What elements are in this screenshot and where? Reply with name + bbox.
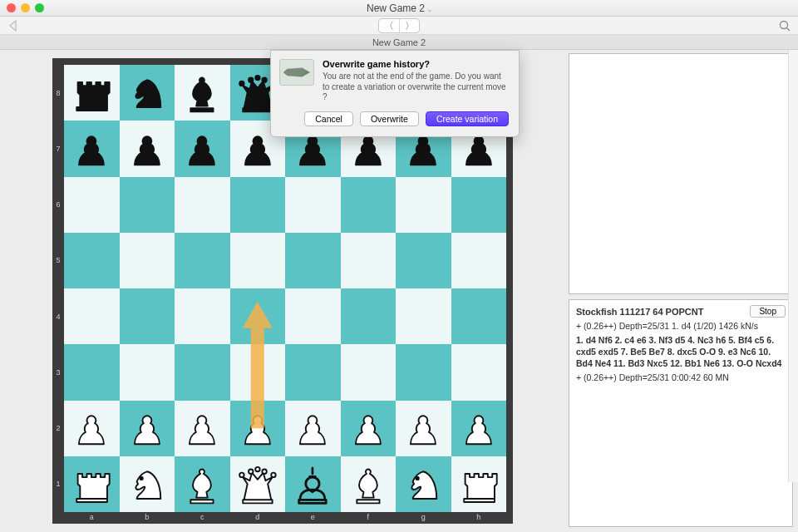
square-a7[interactable] — [64, 121, 120, 176]
file-label: c — [175, 513, 230, 523]
square-f5[interactable] — [341, 233, 397, 288]
square-d2[interactable] — [230, 401, 286, 456]
rank-coords: 87654321 — [54, 65, 62, 512]
vertical-scrollbar[interactable] — [788, 50, 798, 482]
white-queen-icon[interactable] — [233, 459, 283, 510]
square-h1[interactable] — [451, 456, 507, 512]
engine-stop-button[interactable]: Stop — [750, 305, 786, 318]
close-window-button[interactable] — [7, 3, 16, 12]
black-knight-icon[interactable] — [122, 67, 172, 118]
square-c4[interactable] — [175, 288, 230, 344]
square-e5[interactable] — [285, 233, 341, 288]
white-rook-icon[interactable] — [454, 459, 504, 510]
square-d5[interactable] — [230, 233, 286, 288]
square-c8[interactable] — [175, 65, 230, 121]
square-c1[interactable] — [175, 456, 230, 512]
square-e3[interactable] — [285, 344, 341, 400]
square-h3[interactable] — [451, 344, 507, 400]
square-g6[interactable] — [396, 177, 451, 233]
toolbar: 〈 〉 — [0, 17, 798, 35]
zoom-window-button[interactable] — [35, 3, 44, 12]
square-f4[interactable] — [341, 288, 397, 344]
white-bishop-icon[interactable] — [343, 459, 393, 510]
square-f6[interactable] — [341, 177, 397, 233]
square-a2[interactable] — [64, 401, 120, 456]
white-pawn-icon[interactable] — [454, 403, 504, 454]
black-rook-icon[interactable] — [66, 67, 116, 118]
square-b5[interactable] — [120, 233, 175, 288]
overwrite-history-dialog: Overwrite game history? You are not at t… — [270, 50, 520, 137]
square-b2[interactable] — [120, 401, 175, 456]
square-c5[interactable] — [175, 233, 230, 288]
square-d1[interactable] — [230, 456, 286, 512]
white-knight-icon[interactable] — [398, 459, 448, 510]
minimize-window-button[interactable] — [21, 3, 30, 12]
square-b7[interactable] — [120, 121, 175, 176]
title-dropdown-icon[interactable]: ⌵ — [427, 5, 431, 13]
back-nav-icon[interactable] — [7, 19, 20, 32]
square-a1[interactable] — [64, 456, 120, 512]
svg-line-1 — [787, 28, 791, 32]
overwrite-button[interactable]: Overwrite — [360, 111, 419, 126]
square-h2[interactable] — [451, 401, 507, 456]
white-pawn-icon[interactable] — [177, 403, 227, 454]
square-f2[interactable] — [341, 401, 397, 456]
white-pawn-icon[interactable] — [343, 403, 393, 454]
next-move-button[interactable]: 〉 — [399, 19, 419, 32]
square-e6[interactable] — [285, 177, 341, 233]
square-b4[interactable] — [120, 288, 175, 344]
white-pawn-icon[interactable] — [122, 403, 172, 454]
square-b6[interactable] — [120, 177, 175, 233]
square-g4[interactable] — [396, 288, 451, 344]
black-pawn-icon[interactable] — [122, 124, 172, 175]
square-d4[interactable] — [230, 288, 286, 344]
square-a5[interactable] — [64, 233, 120, 288]
window-controls — [7, 3, 44, 12]
black-bishop-icon[interactable] — [177, 67, 227, 118]
square-h4[interactable] — [451, 288, 507, 344]
white-pawn-icon[interactable] — [233, 403, 283, 454]
square-d3[interactable] — [230, 344, 286, 400]
black-pawn-icon[interactable] — [66, 124, 116, 175]
square-f1[interactable] — [341, 456, 397, 512]
square-b1[interactable] — [120, 456, 175, 512]
black-pawn-icon[interactable] — [177, 124, 227, 175]
workspace: 87654321 abcdefgh Overwrite game history… — [0, 50, 798, 532]
square-d6[interactable] — [230, 177, 286, 233]
white-rook-icon[interactable] — [66, 459, 116, 510]
square-e1[interactable] — [285, 456, 341, 512]
square-h6[interactable] — [451, 177, 507, 233]
white-knight-icon[interactable] — [122, 459, 172, 510]
square-c2[interactable] — [175, 401, 230, 456]
search-icon[interactable] — [778, 19, 791, 32]
square-g5[interactable] — [396, 233, 451, 288]
board-area: 87654321 abcdefgh Overwrite game history… — [0, 50, 565, 532]
square-a8[interactable] — [64, 65, 120, 121]
cancel-button[interactable]: Cancel — [304, 111, 353, 126]
notation-pane[interactable] — [569, 53, 793, 294]
square-f3[interactable] — [341, 344, 397, 400]
square-e4[interactable] — [285, 288, 341, 344]
square-g3[interactable] — [396, 344, 451, 400]
square-c3[interactable] — [175, 344, 230, 400]
square-h5[interactable] — [451, 233, 507, 288]
square-a6[interactable] — [64, 177, 120, 233]
file-coords: abcdefgh — [64, 513, 506, 523]
square-b8[interactable] — [120, 65, 175, 121]
white-pawn-icon[interactable] — [288, 403, 337, 454]
white-king-icon[interactable] — [288, 459, 337, 510]
square-c7[interactable] — [175, 121, 230, 176]
white-pawn-icon[interactable] — [66, 403, 116, 454]
square-e2[interactable] — [285, 401, 341, 456]
square-g1[interactable] — [396, 456, 451, 512]
white-bishop-icon[interactable] — [177, 459, 227, 510]
square-c6[interactable] — [175, 177, 230, 233]
square-a3[interactable] — [64, 344, 120, 400]
square-b3[interactable] — [120, 344, 175, 400]
square-a4[interactable] — [64, 288, 120, 344]
prev-move-button[interactable]: 〈 — [379, 19, 399, 32]
white-pawn-icon[interactable] — [398, 403, 448, 454]
create-variation-button[interactable]: Create variation — [426, 111, 509, 126]
document-tab[interactable]: New Game 2 — [0, 35, 798, 50]
square-g2[interactable] — [396, 401, 451, 456]
